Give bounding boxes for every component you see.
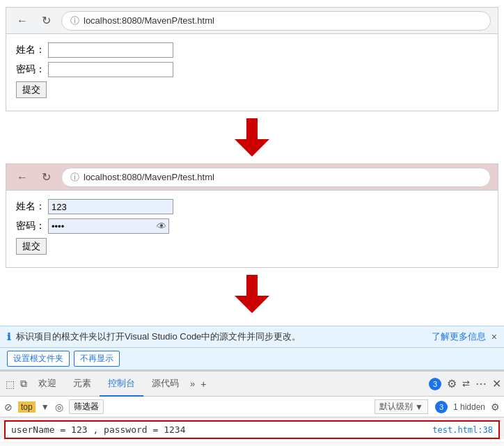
password-wrapper-2: 👁 bbox=[48, 218, 169, 234]
info-bar-message: 标识项目的根文件夹以打开Visual Studio Code中的源文件并同步更改… bbox=[16, 330, 301, 343]
devtools-more-icon[interactable]: ⋯ bbox=[475, 377, 487, 390]
submit-row-1: 提交 bbox=[16, 81, 488, 98]
name-input-1[interactable] bbox=[48, 42, 173, 58]
tab-welcome[interactable]: 欢迎 bbox=[30, 372, 65, 397]
toolbar-settings-icon[interactable]: ⚙ bbox=[491, 401, 500, 413]
top-dropdown-icon[interactable]: ▼ bbox=[41, 402, 49, 412]
name-input-2[interactable] bbox=[48, 199, 173, 214]
toolbar-badge: 3 bbox=[435, 401, 448, 413]
console-badge: 3 bbox=[429, 378, 441, 390]
name-row-1: 姓名： bbox=[16, 42, 488, 58]
submit-button-1[interactable]: 提交 bbox=[16, 81, 47, 98]
top-label[interactable]: top bbox=[18, 401, 36, 413]
arrow-1 bbox=[0, 111, 504, 164]
password-label-1: 密码： bbox=[16, 63, 45, 76]
devtools-actions: 3 ⚙ ⇄ ⋯ ✕ bbox=[427, 377, 501, 390]
address-bar-1[interactable]: ⓘ localhost:8080/MavenP/test.html bbox=[61, 11, 491, 31]
devtools-panel: ⬚ ⧉ 欢迎 元素 控制台 源代码 » + 3 ⚙ ⇄ ⋯ ✕ ⊘ top ▼ … bbox=[0, 370, 504, 439]
browser-window-1: ← ↻ ⓘ localhost:8080/MavenP/test.html 姓名… bbox=[6, 7, 498, 111]
devtools-inspect-icon[interactable]: ⬚ bbox=[3, 379, 17, 390]
name-label-1: 姓名： bbox=[16, 44, 45, 56]
devtools-settings-icon[interactable]: ⚙ bbox=[447, 377, 457, 390]
back-button-1[interactable]: ← bbox=[13, 13, 31, 29]
refresh-button-1[interactable]: ↻ bbox=[38, 13, 54, 29]
csdn-footer: CSDN @啾啾wu bbox=[0, 442, 504, 446]
password-input-1[interactable] bbox=[48, 62, 173, 77]
svg-marker-1 bbox=[235, 275, 269, 313]
password-input-2[interactable] bbox=[48, 218, 169, 234]
info-bar: ℹ 标识项目的根文件夹以打开Visual Studio Code中的源文件并同步… bbox=[0, 326, 504, 348]
tab-console[interactable]: 控制台 bbox=[100, 372, 143, 397]
page-content-1: 姓名： 密码： 提交 bbox=[6, 34, 498, 111]
browser-chrome-1: ← ↻ ⓘ localhost:8080/MavenP/test.html bbox=[6, 8, 498, 34]
devtools-dock-icon[interactable]: ⇄ bbox=[462, 379, 470, 389]
tab-elements[interactable]: 元素 bbox=[65, 372, 100, 397]
devtools-device-icon[interactable]: ⧉ bbox=[17, 378, 30, 390]
console-text: userName = 123 , password = 1234 bbox=[11, 424, 185, 435]
devtools-clear-icon[interactable]: ⊘ bbox=[4, 401, 13, 413]
name-label-2: 姓名： bbox=[16, 200, 45, 213]
password-row-1: 密码： bbox=[16, 62, 488, 77]
hidden-count: 1 hidden bbox=[453, 402, 485, 412]
address-bar-2[interactable]: ⓘ localhost:8080/MavenP/test.html bbox=[61, 168, 491, 187]
submit-row-2: 提交 bbox=[16, 238, 488, 255]
dont-show-button[interactable]: 不再显示 bbox=[74, 351, 120, 367]
devtools-add-tab[interactable]: + bbox=[198, 379, 209, 390]
down-arrow-icon-1 bbox=[235, 118, 269, 157]
tab-sources[interactable]: 源代码 bbox=[143, 372, 187, 397]
level-label: 默认级别 bbox=[379, 401, 413, 413]
submit-button-2[interactable]: 提交 bbox=[16, 238, 47, 255]
page-content-2: 姓名： 密码： 👁 提交 bbox=[6, 191, 498, 267]
password-label-2: 密码： bbox=[16, 220, 45, 232]
console-output-row: userName = 123 , password = 1234 test.ht… bbox=[4, 420, 500, 439]
devtools-toolbar: ⊘ top ▼ ◎ 筛选器 默认级别 ▼ 3 1 hidden ⚙ bbox=[0, 397, 504, 417]
browser-window-2: ← ↻ ⓘ localhost:8080/MavenP/test.html 姓名… bbox=[6, 164, 498, 268]
security-icon-1: ⓘ bbox=[70, 15, 79, 27]
security-icon-2: ⓘ bbox=[70, 171, 79, 184]
back-button-2[interactable]: ← bbox=[13, 170, 31, 185]
devtools-eye-icon[interactable]: ◎ bbox=[55, 401, 63, 413]
console-file-ref[interactable]: test.html:38 bbox=[432, 425, 493, 435]
info-bar-buttons: 设置根文件夹 不再显示 bbox=[0, 348, 504, 370]
devtools-tabs: ⬚ ⧉ 欢迎 元素 控制台 源代码 » + 3 ⚙ ⇄ ⋯ ✕ bbox=[0, 372, 504, 397]
level-dropdown-icon: ▼ bbox=[415, 402, 423, 412]
info-bar-close[interactable]: × bbox=[491, 331, 497, 342]
url-text-2: localhost:8080/MavenP/test.html bbox=[84, 172, 214, 182]
info-bar-icon: ℹ bbox=[7, 331, 10, 342]
devtools-more-tabs[interactable]: » bbox=[187, 379, 198, 389]
refresh-button-2[interactable]: ↻ bbox=[38, 169, 54, 185]
url-text-1: localhost:8080/MavenP/test.html bbox=[84, 15, 214, 26]
svg-marker-0 bbox=[235, 118, 269, 157]
arrow-2 bbox=[0, 268, 504, 320]
set-root-button[interactable]: 设置根文件夹 bbox=[7, 351, 70, 367]
eye-icon-2[interactable]: 👁 bbox=[157, 221, 166, 232]
devtools-close-icon[interactable]: ✕ bbox=[492, 377, 501, 390]
password-row-2: 密码： 👁 bbox=[16, 218, 488, 234]
info-bar-link[interactable]: 了解更多信息 bbox=[432, 330, 486, 343]
name-row-2: 姓名： bbox=[16, 199, 488, 214]
down-arrow-icon-2 bbox=[235, 275, 269, 313]
browser-chrome-2: ← ↻ ⓘ localhost:8080/MavenP/test.html bbox=[6, 164, 498, 191]
default-level[interactable]: 默认级别 ▼ bbox=[375, 399, 428, 414]
filter-button[interactable]: 筛选器 bbox=[69, 399, 104, 414]
